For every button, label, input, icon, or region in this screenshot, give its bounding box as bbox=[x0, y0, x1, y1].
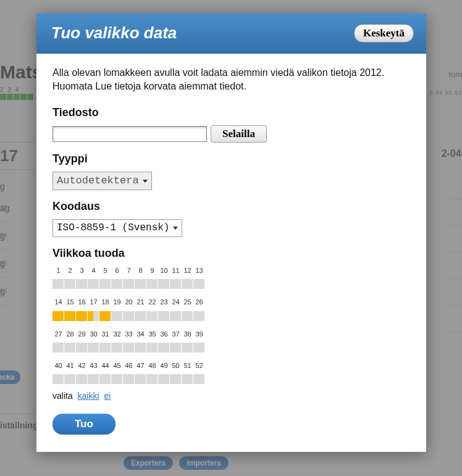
import-button[interactable]: Tuo bbox=[52, 414, 116, 435]
week-box-47[interactable] bbox=[135, 374, 146, 384]
week-number-label: 24 bbox=[170, 298, 182, 307]
cancel-button[interactable]: Keskeytä bbox=[354, 24, 414, 43]
week-number-label: 44 bbox=[99, 361, 111, 370]
week-number-label: 22 bbox=[146, 298, 158, 307]
week-box-28[interactable] bbox=[64, 343, 76, 353]
file-row: Selailla bbox=[52, 125, 410, 143]
week-box-9[interactable] bbox=[146, 279, 158, 289]
select-none-link[interactable]: ei bbox=[104, 391, 111, 401]
modal-header: Tuo valikko data Keskeytä bbox=[36, 14, 426, 54]
week-box-15[interactable] bbox=[64, 311, 76, 321]
week-box-29[interactable] bbox=[76, 343, 88, 353]
modal-intro-text: Alla olevan lomakkeen avulla voit ladata… bbox=[52, 66, 410, 94]
week-box-41[interactable] bbox=[64, 374, 76, 384]
week-box-4[interactable] bbox=[88, 279, 99, 289]
week-box-16[interactable] bbox=[76, 311, 88, 321]
file-input[interactable] bbox=[52, 126, 207, 142]
week-number-label: 47 bbox=[135, 361, 146, 370]
week-number-label: 32 bbox=[111, 330, 123, 339]
week-box-23[interactable] bbox=[158, 311, 170, 321]
week-box-50[interactable] bbox=[170, 374, 182, 384]
week-number-label: 40 bbox=[52, 361, 64, 370]
week-number-label: 39 bbox=[193, 330, 205, 339]
week-number-label: 33 bbox=[123, 330, 135, 339]
week-box-7[interactable] bbox=[123, 279, 135, 289]
chevron-down-icon bbox=[173, 227, 178, 230]
week-box-27[interactable] bbox=[52, 343, 64, 353]
week-number-label: 45 bbox=[111, 361, 123, 370]
week-box-3[interactable] bbox=[76, 279, 88, 289]
week-box-46[interactable] bbox=[123, 374, 135, 384]
select-word: valita bbox=[52, 391, 73, 401]
week-box-36[interactable] bbox=[158, 343, 170, 353]
week-number-label: 41 bbox=[64, 361, 76, 370]
week-number-label: 18 bbox=[99, 298, 111, 307]
week-box-38[interactable] bbox=[182, 343, 193, 353]
week-box-12[interactable] bbox=[182, 279, 193, 289]
browse-button[interactable]: Selailla bbox=[211, 125, 267, 143]
encoding-label: Koodaus bbox=[52, 199, 410, 214]
week-number-label: 1 bbox=[52, 266, 64, 275]
week-box-17[interactable] bbox=[88, 311, 99, 321]
week-number-label: 38 bbox=[182, 330, 193, 339]
week-box-6[interactable] bbox=[111, 279, 123, 289]
week-box-10[interactable] bbox=[158, 279, 170, 289]
week-box-1[interactable] bbox=[52, 279, 64, 289]
week-number-label: 7 bbox=[123, 266, 135, 275]
week-number-label: 19 bbox=[111, 298, 123, 307]
week-box-22[interactable] bbox=[146, 311, 158, 321]
week-box-20[interactable] bbox=[123, 311, 135, 321]
week-box-49[interactable] bbox=[158, 374, 170, 384]
encoding-select-value: ISO-8859-1 (Svensk) bbox=[57, 221, 169, 235]
week-number-label: 26 bbox=[193, 298, 205, 307]
week-number-label: 9 bbox=[146, 266, 158, 275]
week-box-26[interactable] bbox=[193, 311, 205, 321]
week-number-label: 16 bbox=[76, 298, 88, 307]
week-box-40[interactable] bbox=[52, 374, 64, 384]
week-box-31[interactable] bbox=[99, 343, 111, 353]
week-box-19[interactable] bbox=[111, 311, 123, 321]
week-box-11[interactable] bbox=[170, 279, 182, 289]
select-all-link[interactable]: kaikki bbox=[78, 391, 99, 401]
modal-body: Alla olevan lomakkeen avulla voit ladata… bbox=[36, 54, 426, 452]
week-box-5[interactable] bbox=[99, 279, 111, 289]
type-select[interactable]: Autodetektera bbox=[52, 172, 152, 190]
week-number-label: 15 bbox=[64, 298, 76, 307]
week-box-18[interactable] bbox=[99, 311, 111, 321]
week-box-21[interactable] bbox=[135, 311, 146, 321]
chevron-down-icon bbox=[143, 180, 148, 183]
week-number-label: 27 bbox=[52, 330, 64, 339]
week-number-label: 4 bbox=[88, 266, 99, 275]
week-box-39[interactable] bbox=[193, 343, 205, 353]
week-box-24[interactable] bbox=[170, 311, 182, 321]
week-box-48[interactable] bbox=[146, 374, 158, 384]
week-box-37[interactable] bbox=[170, 343, 182, 353]
week-number-label: 49 bbox=[158, 361, 170, 370]
week-box-45[interactable] bbox=[111, 374, 123, 384]
week-box-33[interactable] bbox=[123, 343, 135, 353]
week-box-8[interactable] bbox=[135, 279, 146, 289]
select-line: valita kaikki ei bbox=[52, 390, 410, 403]
week-box-35[interactable] bbox=[146, 343, 158, 353]
week-box-13[interactable] bbox=[193, 279, 205, 289]
week-box-34[interactable] bbox=[135, 343, 146, 353]
week-number-label: 35 bbox=[146, 330, 158, 339]
week-number-label: 43 bbox=[88, 361, 99, 370]
week-number-label: 10 bbox=[158, 266, 170, 275]
week-box-32[interactable] bbox=[111, 343, 123, 353]
week-box-43[interactable] bbox=[88, 374, 99, 384]
week-box-25[interactable] bbox=[182, 311, 193, 321]
week-box-42[interactable] bbox=[76, 374, 88, 384]
import-modal: Tuo valikko data Keskeytä Alla olevan lo… bbox=[36, 14, 426, 452]
week-box-51[interactable] bbox=[182, 374, 193, 384]
week-box-2[interactable] bbox=[64, 279, 76, 289]
week-box-30[interactable] bbox=[88, 343, 99, 353]
type-select-value: Autodetektera bbox=[57, 173, 139, 188]
encoding-select[interactable]: ISO-8859-1 (Svensk) bbox=[52, 219, 182, 236]
week-box-44[interactable] bbox=[99, 374, 111, 384]
week-number-label: 2 bbox=[64, 266, 76, 275]
week-number-label: 52 bbox=[193, 361, 205, 370]
week-box-52[interactable] bbox=[193, 374, 205, 384]
week-box-14[interactable] bbox=[52, 311, 64, 321]
modal-title: Tuo valikko data bbox=[51, 23, 177, 43]
